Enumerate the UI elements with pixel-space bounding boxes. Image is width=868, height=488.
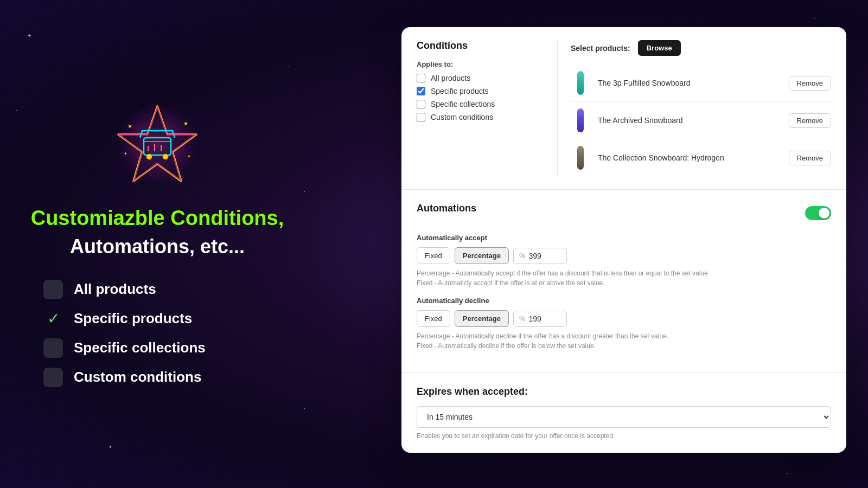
conditions-section: Conditions Applies to: All products Spec… (401, 27, 846, 190)
decline-value-input[interactable]: % (513, 311, 567, 327)
conditions-title: Conditions (417, 40, 546, 52)
headline-2: Automations, etc... (70, 235, 245, 258)
select-products-label: Select products: (571, 44, 630, 53)
auto-accept-input-row: Fixed Percentage % (417, 247, 831, 264)
product-row-2: The Archived Snowboard Remove (571, 102, 831, 139)
auto-accept-label: Automatically accept (417, 234, 831, 242)
checkbox-custom-conditions (43, 368, 63, 387)
product-thumb-1 (571, 70, 590, 96)
conditions-right: Select products: Browse The 3p Fulfilled… (558, 40, 831, 176)
svg-text:★: ★ (127, 123, 132, 129)
snowboard-image-3 (577, 146, 584, 170)
expires-section: Expires when accepted: In 15 minutes In … (401, 373, 846, 453)
accept-fixed-tab[interactable]: Fixed (417, 247, 450, 264)
svg-text:✦: ✦ (124, 151, 127, 156)
expires-title: Expires when accepted: (417, 386, 831, 397)
feature-label-specific-products: Specific products (74, 310, 192, 327)
feature-label-custom-conditions: Custom conditions (74, 369, 201, 386)
svg-point-7 (163, 154, 168, 159)
product-row-1: The 3p Fulfilled Snowboard Remove (571, 65, 831, 102)
remove-button-3[interactable]: Remove (789, 151, 831, 165)
checkbox-input-specific-products[interactable] (417, 87, 425, 95)
feature-item-all-products: All products (43, 280, 293, 299)
percent-icon-accept: % (519, 252, 526, 260)
select-products-header: Select products: Browse (571, 40, 831, 56)
expires-hint: Enables you to set an expiration date fo… (417, 432, 831, 440)
svg-text:✦: ✦ (187, 154, 191, 159)
feature-item-custom-conditions: Custom conditions (43, 368, 293, 387)
product-name-3: The Collection Snowboard: Hydrogen (598, 153, 789, 162)
checkbox-input-all-products[interactable] (417, 74, 425, 82)
product-row-3: The Collection Snowboard: Hydrogen Remov… (571, 139, 831, 176)
radio-specific-collections[interactable]: Specific collections (417, 100, 546, 108)
checkbox-specific-products: ✓ (43, 309, 63, 329)
feature-item-specific-products: ✓ Specific products (43, 309, 293, 329)
feature-label-specific-collections: Specific collections (74, 339, 206, 356)
remove-button-1[interactable]: Remove (789, 76, 831, 91)
checkbox-input-custom-conditions[interactable] (417, 113, 425, 121)
product-name-1: The 3p Fulfilled Snowboard (598, 79, 789, 87)
applies-to-label: Applies to: (417, 60, 546, 68)
left-panel: ★ ★ ✦ ✦ Customiazble Conditions, Automat… (0, 0, 315, 488)
expires-select[interactable]: In 15 minutes In 30 minutes In 1 hour In… (417, 406, 831, 428)
svg-point-6 (146, 154, 152, 159)
automations-section: Automations Automatically accept Fixed P… (401, 190, 846, 373)
auto-accept-hint: Percentage - Automatically accept if the… (417, 268, 831, 288)
browse-button[interactable]: Browse (638, 40, 681, 56)
feature-item-specific-collections: Specific collections (43, 338, 293, 358)
accept-value-field[interactable] (528, 252, 561, 260)
accept-value-input[interactable]: % (513, 248, 567, 264)
svg-text:★: ★ (183, 120, 188, 126)
snowboard-image-1 (577, 71, 584, 95)
right-panel: Conditions Applies to: All products Spec… (401, 27, 846, 453)
logo-container: ★ ★ ✦ ✦ (114, 101, 201, 190)
accept-percentage-tab[interactable]: Percentage (455, 247, 509, 264)
auto-decline-input-row: Fixed Percentage % (417, 310, 831, 327)
automations-toggle[interactable] (805, 206, 831, 220)
checkbox-all-products (43, 280, 63, 299)
radio-all-products[interactable]: All products (417, 74, 546, 82)
product-thumb-2 (571, 107, 590, 133)
feature-list: All products ✓ Specific products Specifi… (22, 280, 293, 387)
auto-decline-hint: Percentage - Automatically decline if th… (417, 331, 831, 351)
headline-1: Customiazble Conditions, (31, 206, 284, 231)
percent-icon-decline: % (519, 314, 526, 323)
checkbox-specific-collections (43, 338, 63, 358)
automations-header: Automations (417, 203, 831, 223)
decline-value-field[interactable] (528, 314, 561, 323)
snowboard-image-2 (577, 108, 584, 132)
product-name-2: The Archived Snowboard (598, 116, 789, 125)
feature-label-all-products: All products (74, 281, 156, 298)
decline-percentage-tab[interactable]: Percentage (455, 310, 509, 327)
radio-specific-products[interactable]: Specific products (417, 87, 546, 95)
radio-custom-conditions[interactable]: Custom conditions (417, 113, 546, 121)
auto-decline-label: Automatically decline (417, 297, 831, 305)
product-thumb-3 (571, 145, 590, 171)
decline-fixed-tab[interactable]: Fixed (417, 310, 450, 327)
checkbox-input-specific-collections[interactable] (417, 100, 425, 108)
automations-title: Automations (417, 203, 476, 214)
remove-button-2[interactable]: Remove (789, 113, 831, 128)
conditions-left: Conditions Applies to: All products Spec… (417, 40, 558, 176)
